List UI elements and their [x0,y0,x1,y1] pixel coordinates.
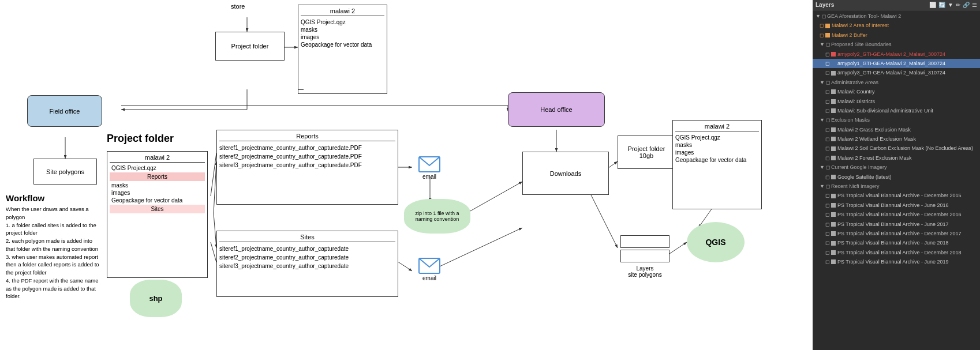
layer-soil-mask[interactable]: ◻Malawi 2 Soil Carbon Exclusion Mask (No… [813,144,980,153]
reports-item1: siteref1_projectname_country_author_capt… [219,144,362,152]
project-folder-main-title: Project folder [107,133,174,145]
layer-malawi-country[interactable]: ◻Malawi: Country [813,87,980,96]
sites-item3: siteref3_projectname_country_author_capt… [219,262,349,270]
layer-malawi2-buffer[interactable]: ◻Malawi 2 Buffer [813,31,980,40]
malawi2-top-item1: QGIS Project.qgz [301,18,346,26]
site-polygons-left: Site polygons [33,159,97,185]
email-bottom-container: email [412,254,447,285]
layers-panel-header: Layers ⬜ 🔄 ▼ ✏ 🔗 ☰ [813,0,980,10]
layers-panel: Layers ⬜ 🔄 ▼ ✏ 🔗 ☰ ▼◻GEA Aforestation To… [813,0,980,350]
malawi2-right-title: malawi 2 [675,123,759,131]
masks-main: masks [110,182,130,189]
sites-item2: siteref2_projectname_country_author_capt… [219,253,349,262]
email-bottom-label: email [422,275,436,281]
images-main: images [110,189,132,197]
malawi2-top-item4: Geopackage for vector data [301,41,372,48]
layer-nicfi-jun2017[interactable]: ◻PS Tropical Visual Biannual Archive - J… [813,220,980,229]
malawi2-top: malawi 2 QGIS Project.qgz masks images G… [298,5,387,94]
layer-nicfi-dec2016[interactable]: ◻PS Tropical Visual Biannual Archive - D… [813,210,980,219]
email-top-container: email [412,152,447,184]
layer-forest-mask[interactable]: ◻Malawi 2 Forest Exclusion Mask [813,153,980,163]
shp-cloud: shp [130,280,182,317]
sites-detail-title: Sites [219,234,395,242]
zip-cloud: zip into 1 file with a naming convention [404,199,470,234]
layer-rect-1 [620,235,669,248]
layer-malawi-subdiv[interactable]: ◻Malawi: Sub-divisional Administrative U… [813,106,980,115]
layer-group-google: ▼◻Current Google Imagery [813,163,980,172]
reports-item3: siteref3_projectname_country_author_capt… [219,161,362,170]
malawi2-right: malawi 2 QGIS Project.qgz masks images G… [672,120,762,209]
layers-site-polygons-group: Layerssite polygons [620,235,669,278]
malawi2-right-item4: Geopackage for vector data [675,156,746,164]
sites-folder-item: Sites [110,205,205,213]
malawi2-right-item3: images [675,149,694,156]
layer-rect-2 [620,250,669,262]
workflow-title: Workflow [6,193,101,203]
malawi2-right-item2: masks [675,141,692,149]
layers-site-polygons-label: Layerssite polygons [628,265,661,278]
downloads: Downloads [522,152,609,195]
layers-panel-title: Layers [816,2,834,8]
reports-item2: siteref2_projectname_country_author_capt… [219,152,362,161]
layer-amypoly1[interactable]: ◻amypoly1_GTI-GEA-Malawi 2_Malawi_300724 [813,59,980,68]
layer-group-gea: ▼◻GEA Aforestation Tool- Malawi 2 [813,12,980,21]
layer-group-exclusion: ▼◻Exclusion Masks [813,115,980,125]
layers-tool-3[interactable]: ▼ [948,2,953,8]
reports-detail-box: Reports siteref1_projectname_country_aut… [216,130,398,205]
project-folder-main-box: malawi 2 QGIS Project.qgz Reports masks … [107,151,208,278]
layer-nicfi-jun2016[interactable]: ◻PS Tropical Visual Biannual Archive - J… [813,201,980,210]
layer-nicfi-jun2019[interactable]: ◻PS Tropical Visual Biannual Archive - J… [813,257,980,266]
email-bottom-icon [418,258,440,274]
project-folder-top: Project folder [215,32,285,61]
malawi2-top-item3: images [301,33,319,41]
layer-group-admin: ▼◻Administrative Areas [813,78,980,87]
email-top-icon [418,156,440,172]
qgis-project-main: QGIS Project.qgz [110,164,158,172]
layer-nicfi-dec2017[interactable]: ◻PS Tropical Visual Biannual Archive - D… [813,229,980,238]
layer-amypoly3[interactable]: ◻amypoly3_GTI-GEA-Malawi 2_Malawi_310724 [813,68,980,77]
malawi2-right-item1: QGIS Project.qgz [675,134,720,141]
geopackage-main: Geopackage for vector data [110,197,184,204]
malawi2-top-title: malawi 2 [301,7,384,16]
layer-grass-mask[interactable]: ◻Malawi 2 Grass Exclusion Mask [813,125,980,134]
project-folder-right: Project folder 10gb [618,136,675,169]
layer-nicfi-jun2018[interactable]: ◻PS Tropical Visual Biannual Archive - J… [813,238,980,247]
sites-item1: siteref1_projectname_country_author_capt… [219,244,349,253]
qgis-oval: QGIS [687,222,745,262]
workflow-section: Workflow When the user draws and saves a… [6,193,101,300]
layer-nicfi-dec2015[interactable]: ◻PS Tropical Visual Biannual Archive - D… [813,191,980,200]
email-top-label: email [422,174,436,180]
layers-tool-2[interactable]: 🔄 [938,2,945,8]
layers-tool-1[interactable]: ⬜ [929,2,936,8]
layers-tree: ▼◻GEA Aforestation Tool- Malawi 2 ◻Malaw… [813,10,980,268]
layer-group-nicfi: ▼◻Recent Nicfi Imagery [813,182,980,191]
svg-line-22 [211,153,216,196]
field-office: Field office [27,95,102,127]
layer-amypoly2[interactable]: ◻amypoly2_GTI-GEA-Malawi 2_Malawi_300724 [813,50,980,59]
layers-tool-5[interactable]: 🔗 [963,2,970,8]
head-office: Head office [508,92,605,127]
store-label: store [231,3,245,10]
svg-line-13 [440,228,522,266]
reports-folder-item: Reports [110,172,205,181]
layer-group-proposed: ▼◻Proposed Site Boundaries [813,40,980,49]
layers-tool-6[interactable]: ☰ [972,2,977,8]
reports-detail-title: Reports [219,133,395,141]
layer-nicfi-dec2018[interactable]: ◻PS Tropical Visual Biannual Archive - D… [813,248,980,257]
diagram: store Project folder malawi 2 QGIS Proje… [0,0,980,350]
svg-line-10 [397,261,412,271]
workflow-text: When the user draws and saves a polygon1… [6,205,101,300]
malawi2-main: malawi 2 [110,154,205,163]
sites-detail-box: Sites siteref1_projectname_country_autho… [216,231,398,297]
layer-malawi2-area[interactable]: ◻Malawi 2 Area of Interest [813,21,980,30]
svg-line-16 [589,190,618,248]
malawi2-top-item2: masks [301,26,317,33]
layers-tool-4[interactable]: ✏ [956,2,960,8]
layers-toolbar: ⬜ 🔄 ▼ ✏ 🔗 ☰ [929,2,977,8]
layer-wetland-mask[interactable]: ◻Malawi 2 Wetland Exclusion Mask [813,134,980,144]
svg-line-23 [211,242,216,262]
layer-malawi-districts[interactable]: ◻Malawi: Districts [813,97,980,106]
layer-google-satellite[interactable]: ◻Google Satellite (latest) [813,172,980,182]
